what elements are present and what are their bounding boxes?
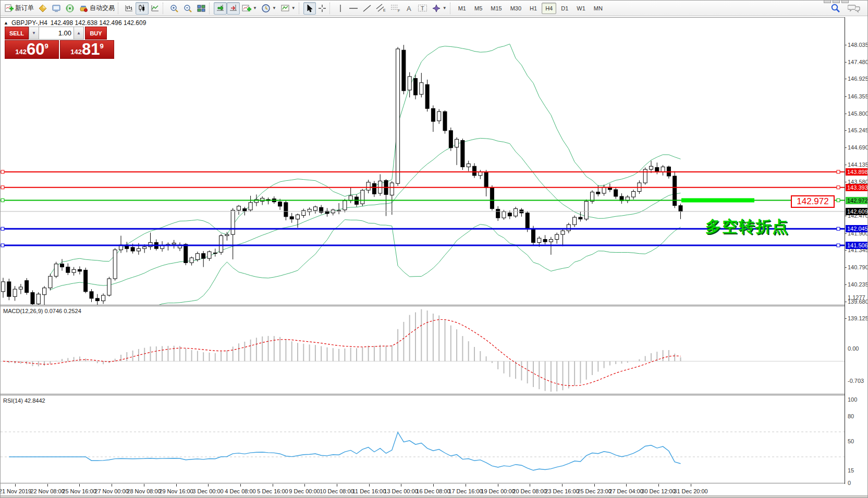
rsi-label: RSI(14) 42.8442 bbox=[3, 397, 45, 404]
horizontal-line-button[interactable] bbox=[347, 2, 360, 15]
time-tick-label: 27 Nov 00:00 bbox=[94, 488, 128, 494]
toolbar: 新订单 自动交易 bbox=[1, 1, 868, 16]
macd-pane-canvas[interactable] bbox=[1, 307, 845, 396]
vertical-line-button[interactable] bbox=[334, 2, 347, 15]
toolbar-separator bbox=[450, 3, 454, 14]
search-icon[interactable] bbox=[830, 3, 840, 13]
auto-scroll-icon bbox=[216, 4, 225, 13]
price-pane-canvas[interactable] bbox=[1, 18, 845, 307]
arrows-icon bbox=[432, 4, 441, 13]
trendline-button[interactable] bbox=[360, 2, 374, 15]
fibonacci-icon: F bbox=[390, 4, 401, 13]
terminal-icon bbox=[52, 4, 61, 13]
price-badge: 143.393 bbox=[846, 184, 868, 191]
chart-shift-button[interactable] bbox=[227, 2, 240, 15]
timeframe-m15[interactable]: M15 bbox=[487, 3, 505, 14]
time-tick-label: 10 Dec 08:00 bbox=[320, 488, 353, 494]
auto-scroll-button[interactable] bbox=[214, 2, 227, 15]
time-tick-label: 28 Nov 08:00 bbox=[127, 488, 161, 494]
time-tick-label: 31 Dec 20:00 bbox=[674, 488, 707, 494]
time-tick-label: 13 Dec 00:00 bbox=[384, 488, 418, 494]
price-tick: 139.125 bbox=[848, 315, 868, 321]
svg-text:A: A bbox=[407, 5, 411, 13]
crosshair-button[interactable] bbox=[316, 2, 328, 15]
close-button[interactable] bbox=[841, 1, 849, 3]
rsi-tick: 0 bbox=[848, 480, 851, 486]
rsi-pane-canvas[interactable] bbox=[1, 395, 845, 485]
timeframe-d1[interactable]: D1 bbox=[557, 3, 572, 14]
macd-pane-splitter[interactable] bbox=[1, 305, 868, 306]
bar-chart-button[interactable] bbox=[123, 2, 136, 15]
zoom-in-button[interactable] bbox=[167, 2, 181, 15]
minimize-button[interactable] bbox=[824, 1, 831, 3]
equidistant-channel-button[interactable]: E bbox=[374, 2, 388, 15]
price-tick: 140.235 bbox=[848, 281, 868, 288]
timeframe-m5[interactable]: M5 bbox=[471, 3, 486, 14]
price-flag-label[interactable]: 142.972 bbox=[791, 195, 835, 208]
candles bbox=[2, 45, 683, 305]
autotrading-button[interactable]: 自动交易 bbox=[77, 2, 117, 15]
svg-text:F: F bbox=[398, 9, 400, 13]
time-tick-label: 9 Dec 00:00 bbox=[289, 488, 320, 494]
time-axis[interactable]: 21 Nov 201922 Nov 08:0025 Nov 16:0027 No… bbox=[1, 484, 845, 495]
horizontal-line-icon bbox=[349, 4, 358, 13]
indicators-button[interactable]: ▼ bbox=[240, 2, 259, 15]
crosshair-icon bbox=[318, 4, 326, 13]
arrows-button[interactable]: ▼ bbox=[430, 2, 449, 15]
fibonacci-button[interactable]: F bbox=[388, 2, 403, 15]
templates-button[interactable]: ▼ bbox=[278, 2, 298, 15]
templates-dropdown-caret[interactable]: ▼ bbox=[291, 6, 296, 10]
terminal-button[interactable] bbox=[50, 2, 63, 15]
timeframe-group: M1M5M15M30H1H4D1W1MN bbox=[455, 3, 606, 14]
candlestick-chart-icon bbox=[138, 4, 146, 13]
toolbar-right bbox=[830, 3, 866, 13]
zoom-out-button[interactable] bbox=[181, 2, 194, 15]
turning-point-annotation[interactable]: 多空转折点 bbox=[705, 216, 789, 238]
bar-chart-icon bbox=[125, 4, 133, 13]
rsi-pane-splitter[interactable] bbox=[1, 394, 868, 395]
periods-button[interactable]: ▼ bbox=[259, 2, 278, 15]
toolbar-separator bbox=[299, 3, 302, 14]
vertical-line-icon bbox=[337, 4, 344, 13]
timeframe-w1[interactable]: W1 bbox=[573, 3, 589, 14]
tile-windows-button[interactable] bbox=[194, 2, 208, 15]
new-order-button[interactable]: 新订单 bbox=[3, 2, 36, 15]
time-tick-label: 30 Dec 12:00 bbox=[641, 488, 675, 494]
macd-tick: 0.00 bbox=[848, 345, 859, 352]
line-chart-button[interactable] bbox=[149, 2, 162, 15]
periods-dropdown-caret[interactable]: ▼ bbox=[272, 6, 276, 10]
price-badge: 142.972 bbox=[846, 197, 868, 204]
price-tick: 148.035 bbox=[848, 42, 868, 48]
cursor-button[interactable] bbox=[303, 2, 316, 15]
metaeditor-button[interactable] bbox=[36, 2, 50, 15]
price-badge: 142.609 bbox=[846, 208, 868, 215]
timeframe-m30[interactable]: M30 bbox=[507, 3, 525, 14]
time-tick-label: 25 Dec 23:00 bbox=[577, 488, 611, 494]
time-tick-label: 23 Dec 16:00 bbox=[545, 488, 579, 494]
indicators-dropdown-caret[interactable]: ▼ bbox=[253, 6, 257, 10]
rsi-tick: 50 bbox=[848, 438, 854, 444]
window-bottom-strip bbox=[1, 495, 868, 498]
signals-button[interactable] bbox=[63, 2, 77, 15]
autotrading-label: 自动交易 bbox=[90, 4, 115, 13]
macd-tick: -0.703 bbox=[848, 378, 864, 384]
timeframe-h1[interactable]: H1 bbox=[526, 3, 541, 14]
tile-windows-icon bbox=[197, 4, 206, 13]
restore-button[interactable] bbox=[833, 1, 840, 3]
candlestick-chart-button[interactable] bbox=[136, 2, 149, 15]
rsi-tick: 15 bbox=[848, 467, 854, 474]
text-label-button[interactable]: T bbox=[415, 2, 430, 15]
time-tick-label: 25 Nov 16:00 bbox=[62, 488, 96, 494]
timeframe-m1[interactable]: M1 bbox=[455, 3, 470, 14]
timeframe-mn[interactable]: MN bbox=[590, 3, 606, 14]
new-order-label: 新订单 bbox=[15, 4, 34, 13]
time-tick-label: 3 Dec 00:00 bbox=[192, 488, 223, 494]
arrows-dropdown-caret[interactable]: ▼ bbox=[443, 6, 447, 10]
svg-text:T: T bbox=[421, 5, 424, 11]
timeframe-h4[interactable]: H4 bbox=[542, 3, 556, 14]
price-tick: 147.480 bbox=[848, 59, 868, 65]
chat-icon[interactable] bbox=[848, 4, 860, 13]
text-button[interactable]: A bbox=[403, 2, 415, 15]
time-tick-label: 17 Dec 16:00 bbox=[448, 488, 482, 494]
price-axis[interactable]: 148.035147.480146.925146.355145.800145.2… bbox=[845, 17, 868, 498]
